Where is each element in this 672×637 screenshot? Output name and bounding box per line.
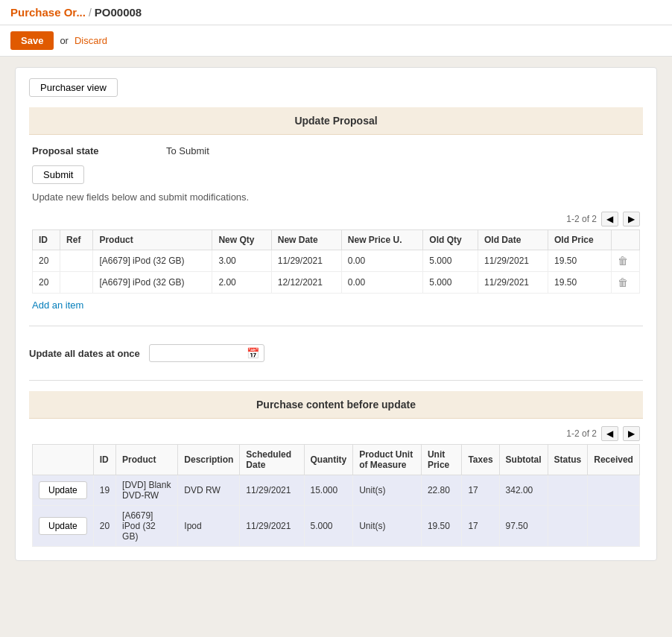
breadcrumb-separator: / (89, 7, 92, 19)
row-old-qty: 5.000 (423, 272, 478, 294)
proposal-state-value: To Submit (166, 145, 209, 156)
row-subtotal: 97.50 (499, 506, 548, 547)
purchase-table-nav: 1-2 of 2 ◀ ▶ (32, 426, 640, 441)
or-label: or (60, 35, 69, 46)
col-id2: ID (93, 445, 115, 475)
row-description: DVD RW (178, 475, 240, 506)
row-taxes: 17 (462, 475, 499, 506)
update-hint: Update new fields below and submit modif… (32, 191, 640, 203)
col-product2: Product (116, 445, 178, 475)
row-received (588, 475, 640, 506)
row-old-date: 11/29/2021 (478, 272, 548, 294)
row-id: 19 (93, 475, 115, 506)
col-new-price-u: New Price U. (341, 230, 422, 250)
row-scheduled-date: 11/29/2021 (240, 475, 304, 506)
divider-1 (29, 326, 643, 326)
col-actions (612, 230, 640, 250)
update-proposal-table: ID Ref Product New Qty New Date New Pric… (32, 229, 640, 294)
table-row: 20 [A6679] iPod (32 GB) 3.00 11/29/2021 … (33, 250, 640, 272)
delete-row-button[interactable]: 🗑 (618, 255, 628, 267)
breadcrumb: Purchase Or... / PO00008 (10, 6, 142, 19)
col-unit-price: Unit Price (421, 445, 462, 475)
col-product: Product (93, 230, 212, 250)
row-id: 20 (93, 506, 115, 547)
col-ref: Ref (60, 230, 93, 250)
purchase-content-table: ID Product Description Scheduled Date Qu… (32, 444, 640, 547)
divider-2 (29, 380, 643, 381)
row-old-price: 19.50 (548, 272, 612, 294)
save-button[interactable]: Save (10, 31, 54, 50)
pagination-label: 1-2 of 2 (566, 214, 597, 224)
delete-row-button[interactable]: 🗑 (618, 276, 628, 288)
row-old-qty: 5.000 (423, 250, 478, 272)
breadcrumb-parent[interactable]: Purchase Or... (10, 6, 86, 19)
next-page-button[interactable]: ▶ (623, 212, 640, 226)
update-dates-input[interactable] (154, 348, 244, 358)
date-input-wrap: 📅 (149, 344, 264, 362)
list-item: Update 20 [A6679] iPod (32 GB) Ipod 11/2… (33, 506, 640, 547)
col-old-qty: Old Qty (423, 230, 478, 250)
purchase-pagination-label: 1-2 of 2 (566, 428, 597, 439)
row-received (588, 506, 640, 547)
row-product: [A6679] iPod (32 GB) (116, 506, 178, 547)
prev-page-button[interactable]: ◀ (601, 212, 618, 226)
row-product: [DVD] Blank DVD-RW (116, 475, 178, 506)
row-id: 20 (33, 272, 60, 294)
col-subtotal: Subtotal (499, 445, 548, 475)
row-ref (60, 250, 93, 272)
row-id: 20 (33, 250, 60, 272)
row-new-date: 11/29/2021 (271, 250, 341, 272)
table-row: 20 [A6679] iPod (32 GB) 2.00 12/12/2021 … (33, 272, 640, 294)
update-row-button[interactable]: Update (39, 517, 87, 535)
col-action (33, 445, 94, 475)
row-uom: Unit(s) (353, 506, 422, 547)
col-status: Status (548, 445, 588, 475)
row-ref (60, 272, 93, 294)
row-description: Ipod (178, 506, 240, 547)
purchase-next-page-button[interactable]: ▶ (623, 426, 640, 441)
purchase-content-title: Purchase content before update (29, 391, 643, 419)
row-new-price-u: 0.00 (341, 272, 422, 294)
update-proposal-title: Update Proposal (29, 107, 643, 135)
calendar-icon[interactable]: 📅 (247, 347, 259, 359)
list-item: Update 19 [DVD] Blank DVD-RW DVD RW 11/2… (33, 475, 640, 506)
col-new-date: New Date (271, 230, 341, 250)
discard-button[interactable]: Discard (75, 35, 107, 46)
row-delete-cell: 🗑 (612, 272, 640, 294)
row-new-date: 12/12/2021 (271, 272, 341, 294)
row-subtotal: 342.00 (499, 475, 548, 506)
col-uom: Product Unit of Measure (353, 445, 422, 475)
col-old-price: Old Price (548, 230, 612, 250)
row-taxes: 17 (462, 506, 499, 547)
row-quantity: 15.000 (304, 475, 353, 506)
submit-button[interactable]: Submit (32, 165, 84, 184)
col-taxes: Taxes (462, 445, 499, 475)
row-unit-price: 19.50 (421, 506, 462, 547)
row-old-date: 11/29/2021 (478, 250, 548, 272)
col-id: ID (33, 230, 60, 250)
row-update-cell: Update (33, 475, 94, 506)
row-new-qty: 3.00 (212, 250, 271, 272)
row-unit-price: 22.80 (421, 475, 462, 506)
row-update-cell: Update (33, 506, 94, 547)
row-old-price: 19.50 (548, 250, 612, 272)
row-product: [A6679] iPod (32 GB) (93, 272, 212, 294)
purchase-prev-page-button[interactable]: ◀ (601, 426, 618, 441)
col-new-qty: New Qty (212, 230, 271, 250)
row-status (548, 506, 588, 547)
col-received: Received (588, 445, 640, 475)
update-row-button[interactable]: Update (39, 481, 87, 499)
row-new-qty: 2.00 (212, 272, 271, 294)
breadcrumb-current: PO00008 (95, 6, 142, 19)
update-dates-label: Update all dates at once (29, 348, 140, 359)
table-nav-top: 1-2 of 2 ◀ ▶ (32, 212, 640, 226)
row-delete-cell: 🗑 (612, 250, 640, 272)
col-scheduled-date: Scheduled Date (240, 445, 304, 475)
row-uom: Unit(s) (353, 475, 422, 506)
row-product: [A6679] iPod (32 GB) (93, 250, 212, 272)
col-description: Description (178, 445, 240, 475)
row-new-price-u: 0.00 (341, 250, 422, 272)
add-item-link[interactable]: Add an item (32, 300, 83, 311)
col-old-date: Old Date (478, 230, 548, 250)
purchaser-view-button[interactable]: Purchaser view (29, 78, 118, 97)
